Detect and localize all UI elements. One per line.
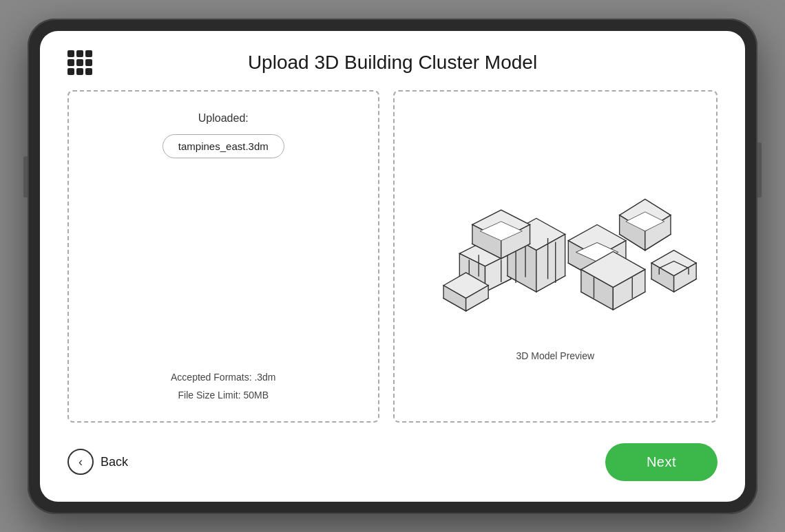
back-circle-icon: ‹ <box>67 449 94 475</box>
file-size-limit: File Size Limit: 50MB <box>171 390 276 401</box>
upload-section-top: Uploaded: tampines_east.3dm <box>163 112 284 158</box>
footer: ‹ Back Next <box>67 436 718 481</box>
main-content: Uploaded: tampines_east.3dm Accepted For… <box>67 90 718 423</box>
preview-label: 3D Model Preview <box>516 350 594 361</box>
tablet-shell: Upload 3D Building Cluster Model Uploade… <box>28 19 757 514</box>
page-title: Upload 3D Building Cluster Model <box>248 52 537 74</box>
uploaded-label: Uploaded: <box>198 112 249 125</box>
tablet-screen: Upload 3D Building Cluster Model Uploade… <box>40 31 745 502</box>
filename-badge: tampines_east.3dm <box>163 134 284 158</box>
accepted-formats: Accepted Formats: .3dm <box>171 372 276 383</box>
header: Upload 3D Building Cluster Model <box>67 52 718 74</box>
back-label: Back <box>101 455 128 469</box>
3d-model-preview-svg <box>408 151 702 343</box>
next-button[interactable]: Next <box>605 443 718 481</box>
app-logo-icon <box>67 50 92 75</box>
preview-panel: 3D Model Preview <box>393 90 718 423</box>
file-info: Accepted Formats: .3dm File Size Limit: … <box>171 365 276 401</box>
back-button[interactable]: ‹ Back <box>67 449 128 475</box>
upload-panel[interactable]: Uploaded: tampines_east.3dm Accepted For… <box>67 90 379 423</box>
